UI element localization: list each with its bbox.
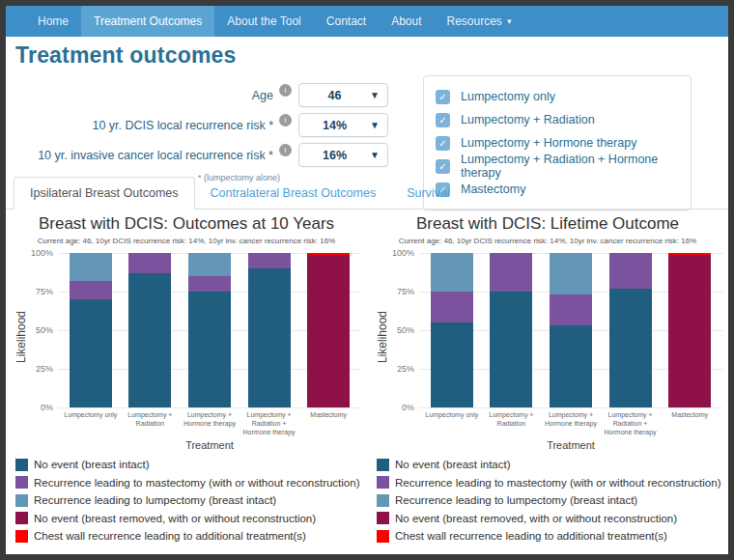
x-axis-label: Treatment bbox=[413, 439, 728, 451]
risk-form: Age i 46 ▼ 10 yr. DCIS local recurrence … bbox=[6, 83, 388, 182]
chart-legend: No event (breast intact) Recurrence lead… bbox=[15, 456, 367, 546]
legend-label: No event (breast intact) bbox=[34, 459, 150, 470]
option-label: Lumpectomy + Hormone therapy bbox=[461, 136, 636, 150]
nav-item-about[interactable]: About bbox=[379, 6, 434, 37]
nav-item-treatment-outcomes[interactable]: Treatment Outcomes bbox=[81, 6, 214, 37]
bar-lumpectomy-hormone-therapy bbox=[550, 253, 592, 407]
option-lumpectomy-radiation-hormone: ✓ Lumpectomy + Radiation + Hormone thera… bbox=[436, 154, 679, 178]
y-axis: Likelihood 100% 75% 50% 25% 0% bbox=[371, 253, 419, 407]
legend-swatch bbox=[15, 459, 28, 471]
bar-segment bbox=[188, 276, 231, 292]
tab-ipsilateral-breast-outcomes[interactable]: Ipsilateral Breast Outcomes bbox=[14, 177, 195, 210]
info-icon[interactable]: i bbox=[279, 114, 292, 126]
legend-swatch bbox=[15, 494, 28, 507]
legend-item: Recurrence leading to mastectomy (with o… bbox=[377, 474, 728, 492]
bar-segment bbox=[128, 273, 171, 407]
nav-item-resources[interactable]: Resources ▾ bbox=[435, 6, 524, 37]
option-lumpectomy-radiation: ✓ Lumpectomy + Radiation bbox=[436, 108, 679, 131]
caret-down-icon: ▾ bbox=[507, 16, 512, 26]
caret-down-icon: ▼ bbox=[370, 120, 380, 130]
legend-swatch bbox=[377, 512, 389, 524]
info-icon[interactable]: i bbox=[279, 84, 292, 97]
legend-label: Recurrence leading to lumpectomy (breast… bbox=[395, 494, 637, 506]
age-label: Age bbox=[252, 89, 273, 102]
bar-segment bbox=[128, 253, 171, 273]
bar-segment bbox=[70, 253, 112, 281]
caret-down-icon: ▼ bbox=[370, 90, 380, 100]
nav-item-contact[interactable]: Contact bbox=[314, 6, 379, 37]
form-row-invasive-risk: 10 yr. invasive cancer local recurrence … bbox=[6, 143, 388, 167]
bar-segment bbox=[431, 292, 473, 322]
bar-mastectomy bbox=[668, 253, 711, 407]
y-axis-label: Likelihood bbox=[376, 298, 389, 376]
dcis-risk-label: 10 yr. DCIS local recurrence risk * bbox=[92, 119, 273, 132]
x-tick: Lumpectomy only bbox=[61, 410, 121, 439]
x-tick: Lumpectomy + Radiation bbox=[482, 410, 542, 439]
y-tick: 50% bbox=[397, 325, 414, 335]
chart-lifetime-outcome: Breast with DCIS: Lifetime Outcome Curre… bbox=[367, 210, 728, 554]
x-tick: Mastectomy bbox=[660, 410, 720, 439]
invasive-risk-select-value: 16% bbox=[299, 149, 370, 162]
x-tick: Mastectomy bbox=[298, 410, 358, 439]
tab-survival[interactable]: Survival bbox=[391, 178, 465, 209]
legend-swatch bbox=[377, 459, 389, 471]
x-ticks: Lumpectomy only Lumpectomy + Radiation L… bbox=[419, 410, 722, 439]
checkbox-checked-icon[interactable]: ✓ bbox=[436, 159, 450, 174]
legend-item: No event (breast removed, with or withou… bbox=[377, 510, 728, 528]
legend-swatch bbox=[15, 476, 28, 489]
legend-label: Chest wall recurrence leading to additio… bbox=[34, 530, 306, 542]
y-tick: 0% bbox=[41, 403, 53, 412]
bar-lumpectomy-only bbox=[70, 253, 112, 407]
dcis-risk-select[interactable]: 14% ▼ bbox=[298, 113, 388, 137]
gridline bbox=[58, 407, 361, 408]
bar-segment bbox=[188, 292, 231, 407]
y-tick: 50% bbox=[36, 325, 53, 335]
bar-lumpectomy-radiation bbox=[490, 253, 532, 407]
age-select-value: 46 bbox=[299, 89, 370, 102]
info-icon[interactable]: i bbox=[279, 144, 292, 156]
x-tick: Lumpectomy + Hormone therapy bbox=[180, 410, 240, 439]
form-row-dcis-risk: 10 yr. DCIS local recurrence risk * i 14… bbox=[6, 113, 388, 137]
bars bbox=[58, 253, 361, 407]
chart-title: Breast with DCIS: Lifetime Outcome bbox=[367, 214, 728, 234]
outcome-tabs: Ipsilateral Breast Outcomes Contralatera… bbox=[6, 177, 728, 210]
bar-lumpectomy-hormone-therapy bbox=[188, 253, 231, 407]
checkbox-checked-icon[interactable]: ✓ bbox=[436, 90, 450, 104]
legend-item: Chest wall recurrence leading to additio… bbox=[377, 527, 728, 546]
form-row-age: Age i 46 ▼ bbox=[6, 83, 388, 107]
legend-item: Recurrence leading to mastectomy (with o… bbox=[15, 474, 367, 492]
legend-item: Recurrence leading to lumpectomy (breast… bbox=[15, 491, 367, 510]
page: Home Treatment Outcomes About the Tool C… bbox=[6, 6, 728, 554]
checkbox-checked-icon[interactable]: ✓ bbox=[436, 136, 450, 151]
chart-legend: No event (breast intact) Recurrence lead… bbox=[377, 456, 728, 546]
bar-segment bbox=[609, 289, 652, 407]
bar-segment bbox=[550, 325, 592, 407]
y-axis-label: Likelihood bbox=[14, 298, 28, 376]
legend-label: Recurrence leading to mastectomy (with o… bbox=[34, 477, 359, 489]
legend-item: Recurrence leading to lumpectomy (breast… bbox=[377, 491, 728, 510]
bar-segment bbox=[188, 253, 231, 276]
gridline bbox=[419, 407, 722, 408]
bar-lumpectomy-radiation-hormone-therapy bbox=[609, 253, 652, 407]
y-tick: 0% bbox=[402, 403, 414, 412]
checkbox-checked-icon[interactable]: ✓ bbox=[436, 113, 450, 127]
age-select[interactable]: 46 ▼ bbox=[298, 83, 388, 107]
chart-outcomes-10-years: Breast with DCIS: Outcomes at 10 Years C… bbox=[6, 210, 367, 554]
x-tick: Lumpectomy + Hormone therapy bbox=[541, 410, 601, 439]
nav-item-about-the-tool[interactable]: About the Tool bbox=[214, 6, 314, 37]
bars bbox=[419, 253, 722, 407]
legend-label: Chest wall recurrence leading to additio… bbox=[395, 530, 667, 542]
legend-swatch bbox=[15, 512, 28, 524]
legend-label: No event (breast removed, with or withou… bbox=[34, 513, 316, 524]
charts-area: Breast with DCIS: Outcomes at 10 Years C… bbox=[6, 210, 728, 554]
legend-swatch bbox=[377, 476, 389, 489]
legend-swatch bbox=[15, 530, 28, 543]
x-axis-label: Treatment bbox=[52, 439, 367, 451]
nav-item-home[interactable]: Home bbox=[25, 6, 81, 37]
tab-contralateral-breast-outcomes[interactable]: Contralateral Breast Outcomes bbox=[195, 178, 392, 209]
plot-area bbox=[58, 253, 361, 407]
invasive-risk-select[interactable]: 16% ▼ bbox=[298, 143, 388, 167]
caret-down-icon: ▼ bbox=[370, 150, 380, 160]
y-tick: 100% bbox=[31, 248, 53, 258]
bar-lumpectomy-only bbox=[431, 253, 473, 407]
